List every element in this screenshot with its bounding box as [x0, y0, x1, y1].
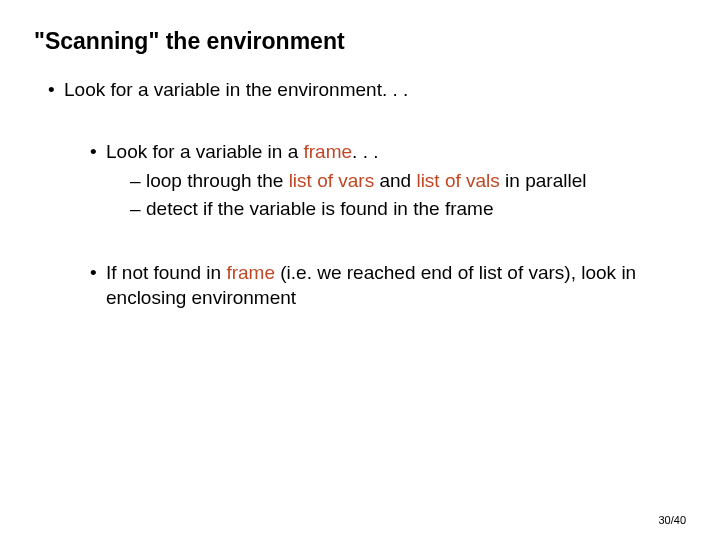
slide: "Scanning" the environment Look for a va…	[0, 0, 720, 540]
text-fragment: Look for a variable in a	[106, 141, 304, 162]
text-fragment: If not found in	[106, 262, 226, 283]
page-number: 30/40	[658, 514, 686, 526]
keyword-frame: frame	[304, 141, 353, 162]
bullet-level3: detect if the variable is found in the f…	[130, 196, 686, 222]
text-fragment: in parallel	[500, 170, 587, 191]
keyword-list-of-vals: list of vals	[416, 170, 499, 191]
text-fragment: . . .	[352, 141, 378, 162]
bullet-level2: If not found in frame (i.e. we reached e…	[90, 260, 686, 311]
bullet-level2: Look for a variable in a frame. . .	[90, 139, 686, 165]
slide-title: "Scanning" the environment	[34, 28, 686, 55]
bullet-level1: Look for a variable in the environment. …	[48, 77, 686, 103]
text-fragment: loop through the	[146, 170, 289, 191]
keyword-list-of-vars: list of vars	[289, 170, 375, 191]
spacer	[34, 224, 686, 260]
bullet-level3: loop through the list of vars and list o…	[130, 168, 686, 194]
keyword-frame: frame	[226, 262, 275, 283]
text-fragment: and	[374, 170, 416, 191]
